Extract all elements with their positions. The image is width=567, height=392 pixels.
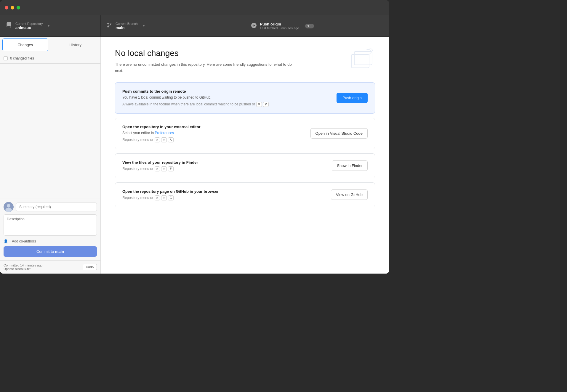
repo-label-top: Current Repository bbox=[15, 22, 43, 25]
finder-kbd-f: F bbox=[168, 166, 174, 171]
push-origin-button[interactable]: Push origin bbox=[337, 93, 368, 103]
minimize-button[interactable] bbox=[11, 6, 14, 9]
push-subtitle: Last fetched 6 minutes ago bbox=[260, 26, 299, 30]
push-origin-section[interactable]: Push origin Last fetched 6 minutes ago 1… bbox=[245, 15, 390, 36]
push-commits-card-text: Push commits to the origin remote You ha… bbox=[122, 89, 331, 107]
open-editor-card: Open the repository in your external edi… bbox=[115, 118, 375, 149]
content-area: No local changes There are no uncommitte… bbox=[101, 37, 389, 274]
repo-name: animaux bbox=[15, 25, 43, 30]
footer-committed-text: Committed 14 minutes ago bbox=[4, 264, 42, 267]
no-changes-desc: There are no uncommitted changes in this… bbox=[115, 62, 299, 74]
file-list bbox=[0, 64, 100, 198]
svg-point-2 bbox=[5, 208, 12, 212]
maximize-button[interactable] bbox=[17, 6, 20, 9]
co-author-row[interactable]: 👤+ Add co-authors bbox=[4, 239, 97, 243]
push-commits-card-desc: You have 1 local commit waiting to be pu… bbox=[122, 95, 331, 100]
main-layout: Changes History 0 changed files bbox=[0, 37, 389, 274]
sidebar: Changes History 0 changed files bbox=[0, 37, 101, 274]
open-editor-card-hint: Repository menu or ⌘ ⇧ A bbox=[122, 137, 305, 142]
view-github-card-title: Open the repository page on GitHub in yo… bbox=[122, 189, 325, 194]
svg-line-6 bbox=[369, 52, 372, 54]
undo-button[interactable]: Undo bbox=[83, 264, 97, 270]
branch-chevron-icon: ▾ bbox=[143, 24, 145, 28]
github-kbd-shift: ⇧ bbox=[161, 195, 167, 200]
tab-history[interactable]: History bbox=[53, 38, 98, 51]
push-commits-card-title: Push commits to the origin remote bbox=[122, 89, 331, 94]
show-in-finder-button[interactable]: Show in Finder bbox=[332, 160, 368, 171]
commit-button-prefix: Commit to bbox=[36, 249, 55, 254]
finder-kbd-cmd: ⌘ bbox=[155, 166, 160, 171]
preferences-link[interactable]: Preferences bbox=[155, 131, 174, 135]
push-badge: 1 ↑ bbox=[305, 24, 314, 28]
github-kbd-cmd: ⌘ bbox=[155, 195, 160, 200]
select-all-checkbox[interactable] bbox=[4, 56, 8, 60]
current-repo-section[interactable]: Current Repository animaux ▾ bbox=[0, 15, 101, 36]
toolbar: Current Repository animaux ▾ Current Bra… bbox=[0, 15, 389, 37]
changed-files-count: 0 changed files bbox=[10, 56, 34, 60]
sidebar-footer: Committed 14 minutes ago Update oiseaux.… bbox=[0, 260, 100, 274]
push-icon bbox=[251, 23, 257, 29]
repo-label-group: Current Repository animaux bbox=[15, 22, 43, 30]
co-author-label: Add co-authors bbox=[12, 239, 36, 243]
repo-chevron-icon: ▾ bbox=[48, 24, 49, 28]
commit-row bbox=[4, 202, 97, 212]
view-github-card-text: Open the repository page on GitHub in yo… bbox=[122, 189, 325, 200]
open-editor-card-desc: Select your editor in Preferences bbox=[122, 130, 305, 136]
push-title: Push origin bbox=[260, 22, 299, 26]
sidebar-tabs: Changes History bbox=[0, 37, 100, 53]
push-commits-card: Push commits to the origin remote You ha… bbox=[115, 82, 375, 114]
finder-kbd-shift: ⇧ bbox=[161, 166, 167, 171]
close-button[interactable] bbox=[5, 6, 8, 9]
view-github-card: Open the repository page on GitHub in yo… bbox=[115, 182, 375, 207]
view-github-card-hint: Repository menu or ⌘ ⇧ G bbox=[122, 195, 325, 200]
push-kbd-p: P bbox=[263, 102, 269, 107]
summary-input[interactable] bbox=[16, 203, 97, 211]
editor-kbd-shift: ⇧ bbox=[161, 137, 167, 142]
svg-point-1 bbox=[7, 204, 10, 208]
changed-files-bar: 0 changed files bbox=[0, 53, 100, 64]
commit-button-branch: main bbox=[55, 249, 64, 254]
open-vscode-button[interactable]: Open in Visual Studio Code bbox=[310, 128, 368, 139]
branch-name: main bbox=[116, 25, 138, 30]
footer-committed-sub: Update oiseaux.txt bbox=[4, 267, 42, 271]
show-finder-card-title: View the files of your repository in Fin… bbox=[122, 160, 326, 165]
branch-icon bbox=[107, 23, 112, 29]
description-textarea[interactable] bbox=[4, 214, 97, 236]
github-kbd-g: G bbox=[168, 195, 174, 200]
commit-area: 👤+ Add co-authors Commit to main bbox=[0, 198, 100, 260]
push-commits-card-hint: Always available in the toolbar when the… bbox=[122, 102, 331, 107]
editor-kbd-cmd: ⌘ bbox=[155, 137, 160, 142]
commit-button[interactable]: Commit to main bbox=[4, 246, 97, 257]
titlebar bbox=[0, 0, 389, 15]
avatar bbox=[4, 202, 14, 212]
decoration-illustration bbox=[348, 49, 375, 73]
footer-info: Committed 14 minutes ago Update oiseaux.… bbox=[4, 264, 42, 271]
current-branch-section[interactable]: Current Branch main ▾ bbox=[101, 15, 245, 36]
open-editor-card-title: Open the repository in your external edi… bbox=[122, 125, 305, 129]
branch-label-group: Current Branch main bbox=[116, 22, 138, 30]
no-changes-title: No local changes bbox=[115, 49, 375, 58]
branch-label-top: Current Branch bbox=[116, 22, 138, 25]
push-kbd-cmd: ⌘ bbox=[256, 102, 262, 107]
editor-kbd-a: A bbox=[168, 137, 174, 142]
show-finder-card-text: View the files of your repository in Fin… bbox=[122, 160, 326, 171]
open-editor-card-text: Open the repository in your external edi… bbox=[122, 125, 305, 142]
show-finder-card-hint: Repository menu or ⌘ ⇧ F bbox=[122, 166, 326, 171]
push-label-group: Push origin Last fetched 6 minutes ago bbox=[260, 22, 299, 30]
show-finder-card: View the files of your repository in Fin… bbox=[115, 153, 375, 178]
tab-changes[interactable]: Changes bbox=[2, 38, 48, 51]
repo-icon bbox=[6, 22, 12, 30]
add-co-author-icon: 👤+ bbox=[4, 239, 10, 243]
view-on-github-button[interactable]: View on GitHub bbox=[331, 189, 368, 200]
